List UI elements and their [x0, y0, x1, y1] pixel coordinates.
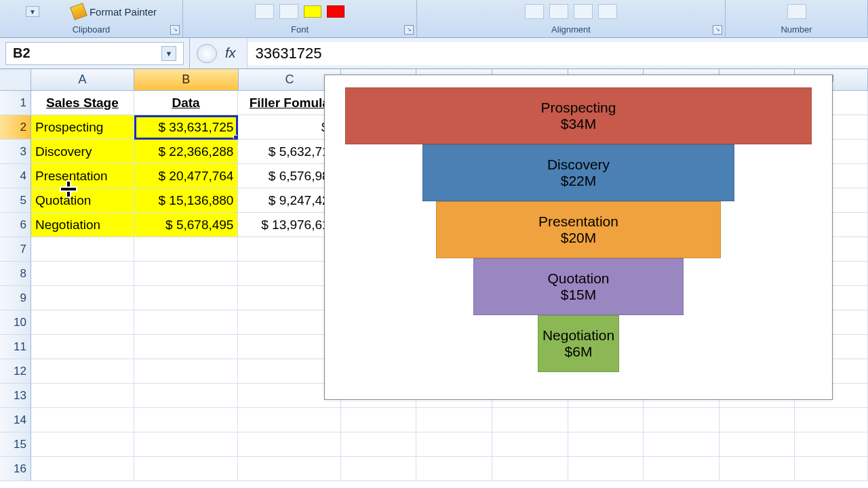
clipboard-dialog-launcher[interactable]: ↘: [170, 25, 180, 35]
cell-F16[interactable]: [492, 457, 568, 481]
funnel-chart[interactable]: Prospecting$34MDiscovery$22MPresentation…: [324, 75, 833, 400]
formula-input[interactable]: [248, 42, 868, 65]
funnel-segment-prospecting[interactable]: Prospecting$34M: [345, 87, 812, 144]
row-header-1[interactable]: 1: [0, 91, 31, 115]
cell-A14[interactable]: [31, 408, 134, 432]
cell-B9[interactable]: [134, 286, 239, 310]
funnel-segment-discovery[interactable]: Discovery$22M: [422, 144, 734, 201]
cell-B4[interactable]: $ 20,477,764: [134, 164, 239, 188]
row-header-7[interactable]: 7: [0, 237, 31, 262]
funnel-segment-quotation[interactable]: Quotation$15M: [473, 258, 684, 315]
fx-icon[interactable]: fx: [221, 45, 240, 61]
cell-B5[interactable]: $ 15,136,880: [134, 188, 239, 213]
cell-A10[interactable]: [31, 310, 134, 335]
cell-B11[interactable]: [134, 335, 239, 359]
row-header-5[interactable]: 5: [0, 188, 31, 213]
cell-A4[interactable]: Presentation: [31, 164, 134, 188]
cell-A6[interactable]: Negotiation: [31, 213, 134, 237]
cell-A5[interactable]: Quotation: [31, 188, 134, 213]
cell-B15[interactable]: [134, 432, 239, 457]
alignment-dialog-launcher[interactable]: ↘: [713, 25, 722, 35]
cell-F15[interactable]: [492, 432, 568, 457]
row-header-11[interactable]: 11: [0, 335, 31, 359]
number-format-button[interactable]: [787, 4, 806, 19]
cell-G16[interactable]: [568, 457, 643, 481]
cell-J14[interactable]: [795, 408, 868, 432]
paste-dropdown-icon[interactable]: ▼: [26, 6, 39, 17]
cell-J15[interactable]: [795, 432, 868, 457]
cell-A9[interactable]: [31, 286, 134, 310]
row-header-3[interactable]: 3: [0, 140, 31, 164]
cell-B10[interactable]: [134, 310, 239, 335]
funnel-segment-presentation[interactable]: Presentation$20M: [436, 201, 721, 258]
formula-cancel-icon[interactable]: [197, 44, 217, 63]
cell-E14[interactable]: [416, 408, 492, 432]
row-header-13[interactable]: 13: [0, 384, 31, 408]
cell-B13[interactable]: [134, 384, 239, 408]
cell-A15[interactable]: [31, 432, 134, 457]
align-center-button[interactable]: [549, 4, 568, 19]
column-header-A[interactable]: A: [31, 69, 134, 91]
cell-D16[interactable]: [341, 457, 416, 481]
cell-B8[interactable]: [134, 262, 239, 286]
cell-C15[interactable]: [238, 432, 341, 457]
cell-A13[interactable]: [31, 384, 134, 408]
cell-J16[interactable]: [795, 457, 868, 481]
cell-A8[interactable]: [31, 262, 134, 286]
row-header-4[interactable]: 4: [0, 164, 31, 188]
row-header-12[interactable]: 12: [0, 359, 31, 384]
row-header-9[interactable]: 9: [0, 286, 31, 310]
cell-B12[interactable]: [134, 359, 239, 384]
cell-H15[interactable]: [644, 432, 719, 457]
cell-H14[interactable]: [644, 408, 719, 432]
cell-I15[interactable]: [719, 432, 794, 457]
cell-B6[interactable]: $ 5,678,495: [134, 213, 239, 237]
font-dialog-launcher[interactable]: ↘: [404, 25, 414, 35]
cell-A7[interactable]: [31, 237, 134, 262]
cell-C16[interactable]: [238, 457, 341, 481]
cell-E15[interactable]: [416, 432, 492, 457]
row-header-2[interactable]: 2: [0, 115, 31, 140]
cell-B16[interactable]: [134, 457, 239, 481]
fill-color-swatch[interactable]: [304, 5, 321, 18]
align-left-button[interactable]: [525, 4, 544, 19]
cell-A1[interactable]: Sales Stage: [31, 91, 134, 115]
font-color-swatch[interactable]: [327, 5, 344, 18]
row-header-14[interactable]: 14: [0, 408, 31, 432]
cell-A12[interactable]: [31, 359, 134, 384]
select-all-button[interactable]: [0, 69, 31, 91]
cell-B14[interactable]: [134, 408, 239, 432]
cell-B7[interactable]: [134, 237, 239, 262]
row-header-16[interactable]: 16: [0, 457, 31, 481]
column-header-B[interactable]: B: [134, 69, 239, 91]
font-underline-button[interactable]: [255, 4, 274, 19]
name-box[interactable]: B2 ▼: [5, 42, 184, 65]
cell-H16[interactable]: [644, 457, 719, 481]
cell-A11[interactable]: [31, 335, 134, 359]
cell-I16[interactable]: [719, 457, 794, 481]
cell-E16[interactable]: [416, 457, 492, 481]
cell-I14[interactable]: [719, 408, 794, 432]
row-header-6[interactable]: 6: [0, 213, 31, 237]
merge-button[interactable]: [598, 4, 617, 19]
row-header-8[interactable]: 8: [0, 262, 31, 286]
cell-A3[interactable]: Discovery: [31, 140, 134, 164]
cell-G15[interactable]: [568, 432, 643, 457]
cell-A16[interactable]: [31, 457, 134, 481]
cell-F14[interactable]: [492, 408, 568, 432]
cell-D15[interactable]: [341, 432, 416, 457]
align-right-button[interactable]: [574, 4, 593, 19]
cell-A2[interactable]: Prospecting: [31, 115, 134, 140]
cell-D14[interactable]: [341, 408, 416, 432]
font-border-button[interactable]: [279, 4, 298, 19]
cell-G14[interactable]: [568, 408, 643, 432]
cell-B2[interactable]: $ 33,631,725: [134, 115, 239, 140]
cell-C14[interactable]: [238, 408, 341, 432]
row-header-15[interactable]: 15: [0, 432, 31, 457]
funnel-segment-negotiation[interactable]: Negotiation$6M: [538, 315, 619, 372]
cell-B3[interactable]: $ 22,366,288: [134, 140, 239, 164]
format-painter-button[interactable]: Format Painter: [45, 5, 157, 18]
row-header-10[interactable]: 10: [0, 310, 31, 335]
name-box-dropdown-icon[interactable]: ▼: [161, 46, 176, 61]
cell-B1[interactable]: Data: [134, 91, 239, 115]
